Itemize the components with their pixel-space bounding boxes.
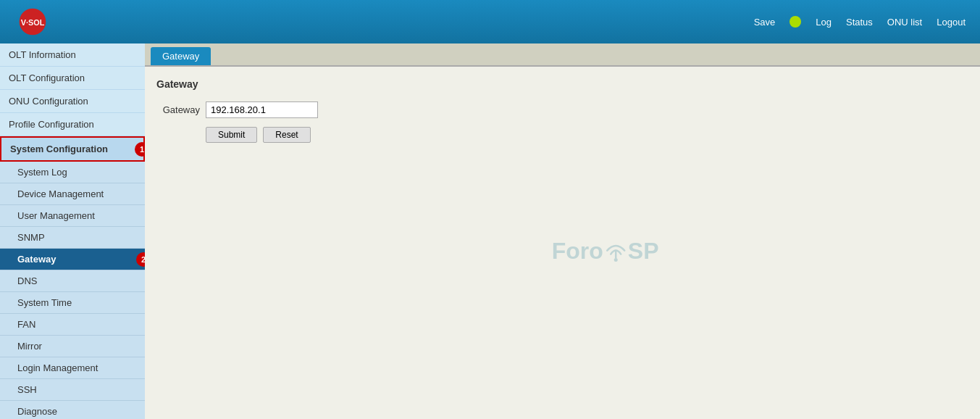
status-indicator xyxy=(790,16,801,28)
gateway-form-row: Gateway xyxy=(156,101,968,118)
badge-1: 1 xyxy=(135,142,145,157)
onu-list-link[interactable]: ONU list xyxy=(887,17,922,28)
vsol-logo: V·SOL xyxy=(14,4,51,40)
main-content: Gateway Gateway Gateway Submit Reset For… xyxy=(145,43,980,419)
logout-link[interactable]: Logout xyxy=(937,17,966,28)
save-button[interactable]: Save xyxy=(754,17,776,28)
watermark: Foro SP xyxy=(552,237,659,265)
sidebar-subitem-login-mgmt[interactable]: Login Management xyxy=(0,357,145,379)
sidebar-subitem-mirror[interactable]: Mirror xyxy=(0,336,145,357)
sidebar-item-onu-config[interactable]: ONU Configuration xyxy=(0,90,145,113)
tab-gateway[interactable]: Gateway xyxy=(151,47,211,65)
svg-text:V·SOL: V·SOL xyxy=(21,18,45,27)
sidebar-subitem-user-mgmt[interactable]: User Management xyxy=(0,205,145,227)
watermark-text-sp: SP xyxy=(628,237,659,264)
sidebar-subitem-fan[interactable]: FAN xyxy=(0,314,145,336)
logo-area: V·SOL xyxy=(14,4,51,40)
sidebar-subitem-diagnose[interactable]: Diagnose xyxy=(0,401,145,419)
system-config-label: System Configuration xyxy=(10,144,108,154)
svg-point-2 xyxy=(613,258,617,262)
sidebar-item-olt-config[interactable]: OLT Configuration xyxy=(0,67,145,90)
reset-button[interactable]: Reset xyxy=(263,127,310,143)
submit-button[interactable]: Submit xyxy=(206,127,257,143)
sidebar-item-olt-info[interactable]: OLT Information xyxy=(0,43,145,67)
gateway-label: Gateway xyxy=(17,254,56,265)
header: V·SOL Save Log Status ONU list Logout xyxy=(0,0,980,43)
sidebar-subitem-system-time[interactable]: System Time xyxy=(0,292,145,314)
sidebar-subitem-ssh[interactable]: SSH xyxy=(0,379,145,401)
gateway-field-label: Gateway xyxy=(156,104,200,115)
badge-2: 2 xyxy=(136,252,145,267)
gateway-input[interactable] xyxy=(206,101,318,118)
sidebar-subitem-snmp[interactable]: SNMP xyxy=(0,227,145,249)
sidebar-subitem-dns[interactable]: DNS xyxy=(0,270,145,292)
content-title: Gateway xyxy=(156,78,968,90)
sidebar-subitem-gateway[interactable]: Gateway 2 xyxy=(0,249,145,270)
watermark-text-foro: Foro xyxy=(552,237,603,264)
log-link[interactable]: Log xyxy=(816,17,832,28)
sidebar-item-system-config[interactable]: System Configuration 1 xyxy=(0,136,145,162)
watermark-wifi-icon xyxy=(605,237,627,265)
sidebar-item-profile-config[interactable]: Profile Configuration xyxy=(0,113,145,136)
sidebar: OLT Information OLT Configuration ONU Co… xyxy=(0,43,145,419)
main-layout: OLT Information OLT Configuration ONU Co… xyxy=(0,43,980,419)
sidebar-subitem-system-log[interactable]: System Log xyxy=(0,162,145,183)
header-nav: Save Log Status ONU list Logout xyxy=(754,16,966,28)
status-link[interactable]: Status xyxy=(846,17,873,28)
tab-bar: Gateway xyxy=(145,43,980,67)
button-row: Submit Reset xyxy=(206,127,968,143)
content-area: Gateway Gateway Submit Reset xyxy=(145,67,980,154)
sidebar-subitem-device-mgmt[interactable]: Device Management xyxy=(0,183,145,205)
